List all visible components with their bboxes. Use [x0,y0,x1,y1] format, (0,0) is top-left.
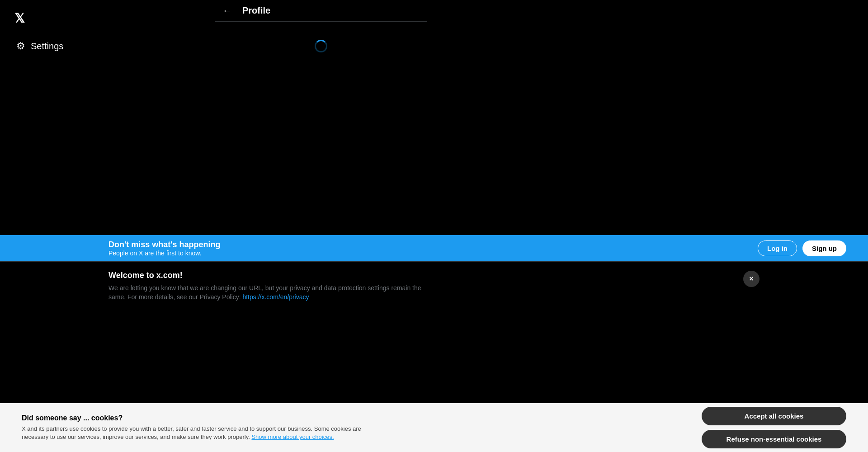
welcome-title: Welcome to x.com! [108,271,425,280]
accept-cookies-button[interactable]: Accept all cookies [702,407,846,425]
cookie-banner: Did someone say ... cookies? X and its p… [0,403,868,452]
signup-button[interactable]: Sign up [802,240,846,256]
banner-main-text: Don't miss what's happening [108,240,221,250]
privacy-policy-link[interactable]: https://x.com/en/privacy [242,293,309,301]
back-arrow-icon[interactable]: ← [222,5,231,16]
right-panel [427,0,868,235]
promotional-banner: Don't miss what's happening People on X … [0,235,868,261]
settings-label: Settings [31,41,63,52]
x-logo[interactable]: 𝕏 [14,11,25,26]
cookie-buttons: Accept all cookies Refuse non-essential … [702,407,846,448]
cookie-title: Did someone say ... cookies? [22,414,365,422]
main-header: ← Profile [215,0,427,22]
loading-spinner [315,40,327,52]
banner-sub-text: People on X are the first to know. [108,250,221,257]
page-title: Profile [242,5,270,16]
login-button[interactable]: Log in [758,240,797,256]
settings-icon: ⚙ [16,40,25,52]
loading-area [215,22,427,52]
sidebar: 𝕏 ⚙ Settings [0,0,215,235]
settings-menu-item[interactable]: ⚙ Settings [14,37,65,56]
welcome-close-button[interactable]: × [743,271,760,287]
cookie-description: X and its partners use cookies to provid… [22,425,365,441]
show-more-choices-link[interactable]: Show more about your choices. [251,433,334,440]
main-content-panel: ← Profile [215,0,427,235]
welcome-content: Welcome to x.com! We are letting you kno… [108,271,425,301]
cookie-text-area: Did someone say ... cookies? X and its p… [22,414,365,441]
welcome-description: We are letting you know that we are chan… [108,284,425,301]
banner-text: Don't miss what's happening People on X … [108,240,221,257]
welcome-notification: Welcome to x.com! We are letting you kno… [0,261,868,306]
banner-buttons: Log in Sign up [758,240,846,256]
refuse-cookies-button[interactable]: Refuse non-essential cookies [702,430,846,448]
